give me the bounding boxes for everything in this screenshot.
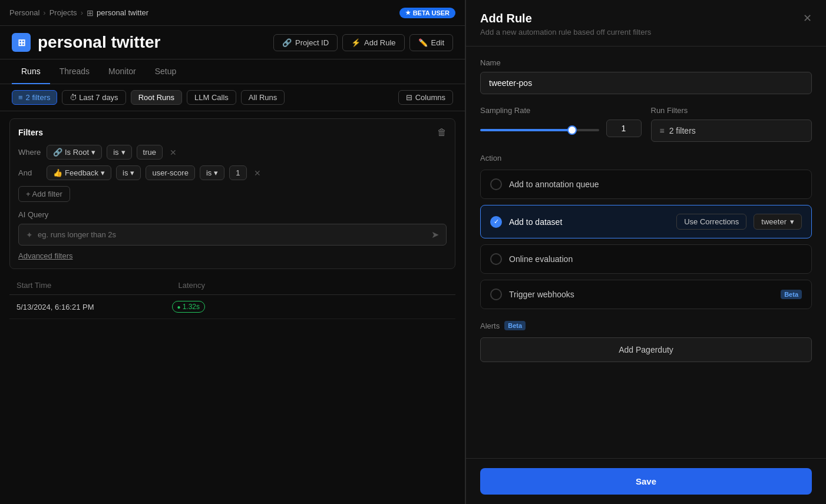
is-operator-select[interactable]: is ▾ (107, 145, 131, 160)
breadcrumb-sep2: › (81, 8, 83, 17)
beta-badge: ★ BETA USER (399, 8, 455, 18)
table-header: Start Time Latency (9, 276, 455, 295)
add-filter-button[interactable]: + Add filter (18, 186, 70, 202)
action-online-evaluation[interactable]: Online evaluation (480, 244, 812, 274)
start-time-value: 5/13/2024, 6:16:21 PM (16, 303, 134, 311)
alerts-beta-tag: Beta (504, 321, 526, 330)
table-row[interactable]: 5/13/2024, 6:16:21 PM ● 1.32s (9, 295, 455, 319)
filter-icon-small: ≡ (660, 126, 665, 135)
green-dot-icon: ● (177, 304, 181, 310)
breadcrumb-personal[interactable]: Personal (9, 8, 39, 17)
star-icon: ★ (405, 9, 411, 16)
chevron-down-icon-dataset: ▾ (790, 217, 794, 226)
action-annotation-queue[interactable]: Add to annotation queue (480, 170, 812, 199)
run-filters-label: Run Filters (651, 106, 812, 115)
action-trigger-webhooks[interactable]: Trigger webhooks Beta (480, 280, 812, 309)
sampling-run-filters-row: Sampling Rate 1 Run Filters ≡ 2 filters (480, 106, 812, 142)
alerts-section: Alerts Beta Add Pagerduty (480, 321, 812, 362)
link-icon-small: 🔗 (53, 148, 62, 157)
toolbar: ≡ 2 filters ⏱ Last 7 days Root Runs LLM … (0, 84, 465, 111)
filter-1-close-button[interactable]: ✕ (167, 147, 179, 158)
edit-button[interactable]: ✏️ Edit (409, 34, 453, 51)
col-latency-header: Latency (134, 281, 205, 290)
project-title: ⊞ personal twitter (12, 33, 160, 52)
tab-runs[interactable]: Runs (12, 59, 50, 84)
root-runs-button[interactable]: Root Runs (131, 90, 182, 105)
add-pagerduty-button[interactable]: Add Pagerduty (480, 337, 812, 362)
name-input[interactable] (480, 72, 812, 94)
advanced-filters-link[interactable]: Advanced filters (18, 251, 73, 260)
latency-value: ● 1.32s (134, 301, 205, 313)
radio-online-evaluation (490, 253, 502, 265)
ai-query-input[interactable] (38, 230, 431, 239)
project-grid-icon: ⊞ (87, 8, 94, 18)
last-7-days-button[interactable]: ⏱ Last 7 days (62, 90, 126, 105)
feedback-select[interactable]: 👍 Feedback ▾ (47, 165, 111, 180)
chevron-down-icon-3: ▾ (101, 168, 105, 177)
header-actions: 🔗 Project ID ⚡ Add Rule ✏️ Edit (273, 34, 453, 51)
all-runs-button[interactable]: All Runs (241, 90, 285, 105)
columns-icon: ⊟ (406, 93, 412, 102)
ai-input-wrap: ✦ ➤ (18, 224, 447, 246)
save-button[interactable]: Save (480, 468, 812, 495)
chevron-down-icon: ▾ (91, 148, 95, 157)
add-rule-button[interactable]: ⚡ Add Rule (342, 34, 404, 51)
panel-footer: Save (466, 458, 826, 504)
filter-value-1: 1 (229, 165, 246, 180)
radio-add-to-dataset (490, 216, 502, 228)
webhooks-beta-tag: Beta (781, 290, 802, 299)
filter-2-close-button[interactable]: ✕ (252, 167, 263, 179)
project-header: ⊞ personal twitter 🔗 Project ID ⚡ Add Ru… (0, 26, 465, 59)
run-filters-group: Run Filters ≡ 2 filters (651, 106, 812, 142)
sampling-rate-group: Sampling Rate 1 (480, 106, 642, 142)
filters-badge[interactable]: ≡ 2 filters (12, 90, 57, 105)
ai-query-section: AI Query ✦ ➤ (18, 210, 447, 246)
close-panel-button[interactable]: ✕ (803, 12, 812, 25)
breadcrumb-sep1: › (43, 8, 45, 17)
project-id-button[interactable]: 🔗 Project ID (273, 34, 338, 51)
use-corrections-button[interactable]: Use Corrections (676, 214, 746, 230)
run-filters-display[interactable]: ≡ 2 filters (651, 120, 812, 142)
data-table: Start Time Latency 5/13/2024, 6:16:21 PM… (9, 276, 455, 504)
name-label: Name (480, 58, 812, 67)
alerts-label: Alerts (480, 321, 500, 330)
breadcrumb-projects[interactable]: Projects (49, 8, 77, 17)
tab-setup[interactable]: Setup (146, 59, 186, 84)
filter-row-1: Where 🔗 Is Root ▾ is ▾ true ✕ (18, 145, 447, 160)
left-panel: Personal › Projects › ⊞ personal twitter… (0, 0, 465, 504)
filter-icon: ≡ (18, 93, 23, 102)
radio-trigger-webhooks (490, 289, 502, 300)
right-panel: Add Rule Add a new automation rule based… (465, 0, 826, 504)
chevron-down-icon-4: ▾ (130, 168, 134, 177)
chevron-down-icon-5: ▾ (214, 168, 218, 177)
tab-threads[interactable]: Threads (50, 59, 99, 84)
top-bar: Personal › Projects › ⊞ personal twitter… (0, 0, 465, 26)
sampling-row: 1 (480, 120, 642, 137)
col-start-time-header: Start Time (16, 281, 134, 290)
llm-calls-button[interactable]: LLM Calls (187, 90, 236, 105)
filters-header: Filters 🗑 (18, 127, 447, 138)
action-section: Action Add to annotation queue Add to da… (480, 154, 812, 309)
columns-button[interactable]: ⊟ Columns (398, 90, 453, 105)
lightning-icon: ⚡ (351, 38, 361, 47)
tab-monitor[interactable]: Monitor (99, 59, 146, 84)
delete-filters-button[interactable]: 🗑 (437, 127, 447, 138)
ai-query-label: AI Query (18, 210, 447, 219)
panel-body: Name Sampling Rate 1 Run Filters ≡ 2 fil… (466, 47, 826, 458)
action-add-to-dataset[interactable]: Add to dataset Use Corrections tweeter ▾ (480, 205, 812, 238)
filters-panel: Filters 🗑 Where 🔗 Is Root ▾ is ▾ true ✕ … (9, 118, 455, 269)
edit-icon: ✏️ (418, 38, 428, 47)
is-root-select[interactable]: 🔗 Is Root ▾ (47, 145, 102, 160)
sampling-rate-slider[interactable] (480, 129, 599, 131)
panel-header: Add Rule Add a new automation rule based… (466, 0, 826, 47)
feedback-operator-select[interactable]: is ▾ (116, 165, 141, 180)
filter-row-2: And 👍 Feedback ▾ is ▾ user-score is ▾ 1 … (18, 165, 447, 180)
clock-icon: ⏱ (70, 93, 77, 102)
feedback-operator2-select[interactable]: is ▾ (200, 165, 224, 180)
action-label: Action (480, 154, 812, 163)
panel-title: Add Rule (480, 12, 651, 25)
link-icon: 🔗 (282, 38, 292, 47)
panel-header-text: Add Rule Add a new automation rule based… (480, 12, 651, 37)
dataset-selector[interactable]: tweeter ▾ (754, 214, 802, 230)
ai-submit-button[interactable]: ➤ (431, 229, 439, 240)
